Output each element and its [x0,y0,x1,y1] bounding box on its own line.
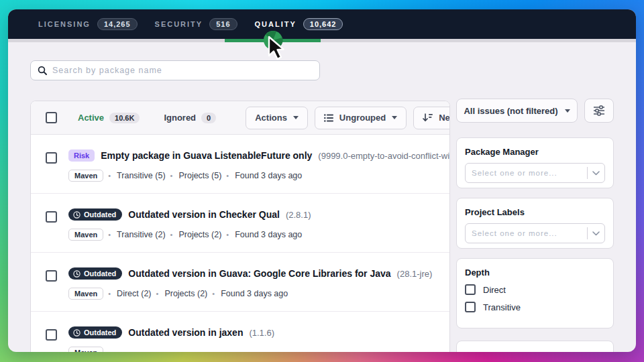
clock-icon [73,270,80,278]
tab-quality-count-badge: 10,642 [303,18,343,30]
issue-meta: Transitive (5) [108,171,165,180]
select-all-checkbox[interactable] [46,112,57,123]
issue-meta: Projects (2) [156,289,208,298]
ignored-label: Ignored [164,113,196,123]
project-labels-filter-card: Project Labels Select one or more... [456,198,614,249]
package-manager-tag: Maven [68,347,103,352]
search-placeholder: Search by package name [52,66,162,75]
issue-scope-dropdown[interactable]: All issues (not filtered) [456,99,578,123]
issue-scope-label: All issues (not filtered) [464,106,557,116]
tab-licensing-label: LICENSING [38,20,91,28]
project-labels-select[interactable]: Select one or more... [465,223,605,243]
depth-label: Depth [465,267,605,278]
issue-meta: Direct (2) [108,289,151,298]
transitive-label: Transitive [483,302,521,312]
tab-security-count-badge: 516 [209,18,237,30]
issue-checkbox[interactable] [46,329,57,341]
active-label: Active [78,113,104,123]
tab-licensing-count-badge: 14,265 [97,18,138,30]
grouping-dropdown-button[interactable]: Ungrouped [315,107,407,129]
outdated-badge-label: Outdated [84,210,116,219]
issue-meta: Found 3 days ago [226,171,302,180]
package-manager-placeholder: Select one or more... [472,169,587,177]
issue-checkbox[interactable] [46,270,57,282]
outdated-badge: Outdated [68,326,122,339]
search-input[interactable]: Search by package name [30,60,320,80]
issue-title: Empty package in Guava ListenableFuture … [101,150,312,161]
risk-badge: Risk [68,149,95,162]
caret-down-icon [392,116,397,119]
package-manager-tag: Maven [68,229,103,241]
issue-checkbox[interactable] [46,152,57,164]
outdated-badge: Outdated [68,267,122,280]
package-manager-tag: Maven [68,170,103,182]
tab-quality-label: QUALITY [255,20,297,28]
tab-security-label: SECURITY [155,20,203,28]
ignored-issues-tab[interactable]: Ignored 0 [164,113,216,123]
package-manager-select[interactable]: Select one or more... [465,163,605,183]
issue-meta: Found 3 days ago [226,230,302,239]
issue-version: (2.8.1) [286,210,311,220]
transitive-checkbox[interactable] [465,302,476,312]
app-window: LICENSING 14,265 SECURITY 516 QUALITY 10… [8,9,636,352]
direct-checkbox[interactable] [465,284,476,295]
sliders-icon [593,105,605,116]
issue-version: (28.1-jre) [397,269,433,279]
package-manager-tag: Maven [68,288,103,300]
filter-settings-button[interactable] [584,99,614,123]
issue-row[interactable]: Outdated Outdated version in Guava: Goog… [31,253,449,312]
issue-meta: Found 3 days ago [212,289,288,298]
chevron-down-icon [587,167,604,179]
depth-filter-card: Depth Direct Transitive [456,258,614,328]
caret-down-icon [293,116,299,119]
outdated-badge-label: Outdated [84,328,116,337]
chevron-down-icon [587,227,604,239]
outdated-badge: Outdated [68,208,122,221]
clock-icon [73,329,80,337]
project-labels-placeholder: Select one or more... [472,229,587,237]
depth-option-direct[interactable]: Direct [465,284,605,295]
header-bottom-strip [8,39,636,42]
issue-row[interactable]: Outdated Outdated version in jaxen (1.1.… [31,312,449,352]
top-nav-bar: LICENSING 14,265 SECURITY 516 QUALITY 10… [8,9,636,39]
actions-dropdown-button[interactable]: Actions [246,107,308,129]
issue-title: Outdated version in Guava: Google Core L… [128,268,390,279]
search-icon [38,66,47,75]
caret-down-icon [565,109,570,113]
list-toolbar: Active 10.6K Ignored 0 Actions [31,101,449,135]
outdated-badge-label: Outdated [84,269,116,278]
issue-checkbox[interactable] [46,211,57,223]
issue-version: (9999.0-empty-to-avoid-conflict-with- [318,151,449,161]
actions-label: Actions [255,113,287,123]
tab-quality[interactable]: QUALITY 10,642 [255,18,343,30]
sort-label: Newest [439,113,450,123]
project-labels-label: Project Labels [465,207,605,217]
filter-scope-row: All issues (not filtered) [456,99,614,123]
issues-list-panel: Active 10.6K Ignored 0 Actions [30,101,450,352]
issue-meta: Projects (2) [170,230,222,239]
issue-row[interactable]: Risk Empty package in Guava ListenableFu… [31,135,449,194]
active-count-badge: 10.6K [109,113,140,123]
issue-row[interactable]: Outdated Outdated version in Checker Qua… [31,194,449,253]
gradient-background: LICENSING 14,265 SECURITY 516 QUALITY 10… [0,0,644,362]
sort-dropdown-button[interactable]: Newest [413,107,450,129]
active-issues-tab[interactable]: Active 10.6K [78,113,140,123]
clock-icon [73,211,80,219]
next-filter-card-partial [456,341,614,352]
active-tab-underline [225,39,321,42]
issue-version: (1.1.6) [249,328,274,338]
direct-label: Direct [483,285,506,295]
grouping-label: Ungrouped [339,113,386,123]
list-icon [324,114,333,122]
package-manager-filter-card: Package Manager Select one or more... [456,137,614,188]
issue-meta: Projects (5) [170,171,222,180]
tab-security[interactable]: SECURITY 516 [155,18,237,30]
issue-title: Outdated version in jaxen [128,327,243,338]
sort-descending-icon [423,113,433,122]
tab-licensing[interactable]: LICENSING 14,265 [38,18,138,30]
depth-option-transitive[interactable]: Transitive [465,302,605,312]
package-manager-label: Package Manager [465,147,605,157]
issue-title: Outdated version in Checker Qual [128,209,280,220]
ignored-count-badge: 0 [201,113,216,123]
issue-meta: Transitive (2) [108,230,165,239]
